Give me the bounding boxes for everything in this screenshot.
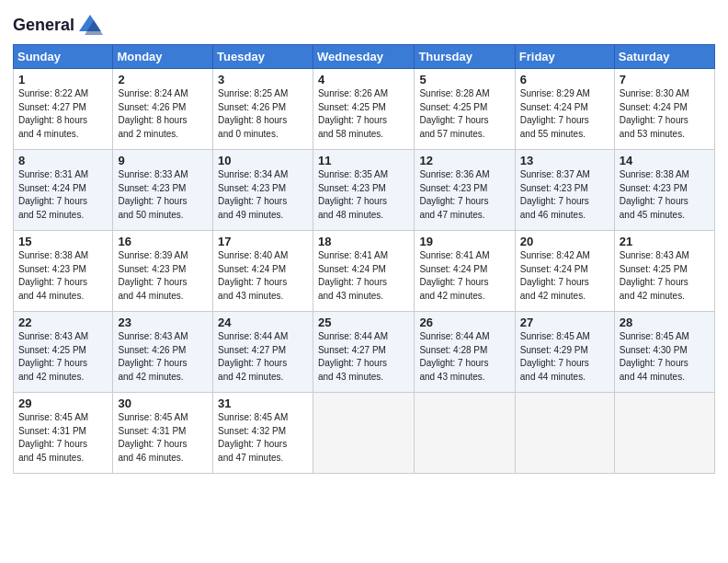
- day-info: Sunrise: 8:22 AMSunset: 4:27 PMDaylight:…: [18, 87, 108, 141]
- day-number: 9: [118, 154, 208, 167]
- calendar-cell: 22 Sunrise: 8:43 AMSunset: 4:25 PMDaylig…: [14, 312, 113, 393]
- day-info: Sunrise: 8:37 AMSunset: 4:23 PMDaylight:…: [520, 168, 609, 222]
- calendar-cell: 5 Sunrise: 8:28 AMSunset: 4:25 PMDayligh…: [415, 69, 515, 150]
- calendar-cell: 21 Sunrise: 8:43 AMSunset: 4:25 PMDaylig…: [614, 231, 714, 312]
- day-number: 24: [218, 316, 308, 329]
- day-number: 20: [520, 235, 609, 248]
- calendar-cell: 15 Sunrise: 8:38 AMSunset: 4:23 PMDaylig…: [14, 231, 113, 312]
- col-header-saturday: Saturday: [614, 45, 714, 69]
- day-number: 15: [18, 235, 108, 248]
- calendar-cell: 11 Sunrise: 8:35 AMSunset: 4:23 PMDaylig…: [313, 150, 414, 231]
- calendar-cell: 28 Sunrise: 8:45 AMSunset: 4:30 PMDaylig…: [614, 312, 714, 393]
- calendar-cell: 6 Sunrise: 8:29 AMSunset: 4:24 PMDayligh…: [515, 69, 614, 150]
- calendar-cell: 25 Sunrise: 8:44 AMSunset: 4:27 PMDaylig…: [313, 312, 414, 393]
- day-number: 1: [18, 73, 108, 86]
- logo-text: General: [13, 17, 74, 35]
- day-info: Sunrise: 8:44 AMSunset: 4:27 PMDaylight:…: [218, 330, 308, 384]
- day-info: Sunrise: 8:45 AMSunset: 4:31 PMDaylight:…: [118, 411, 208, 465]
- day-number: 16: [118, 235, 208, 248]
- col-header-friday: Friday: [515, 45, 614, 69]
- calendar-cell: 26 Sunrise: 8:44 AMSunset: 4:28 PMDaylig…: [415, 312, 515, 393]
- day-info: Sunrise: 8:31 AMSunset: 4:24 PMDaylight:…: [18, 168, 108, 222]
- day-info: Sunrise: 8:45 AMSunset: 4:31 PMDaylight:…: [18, 411, 108, 465]
- week-row-3: 15 Sunrise: 8:38 AMSunset: 4:23 PMDaylig…: [14, 231, 715, 312]
- calendar-cell: 2 Sunrise: 8:24 AMSunset: 4:26 PMDayligh…: [113, 69, 213, 150]
- calendar-cell: 13 Sunrise: 8:37 AMSunset: 4:23 PMDaylig…: [515, 150, 614, 231]
- day-info: Sunrise: 8:45 AMSunset: 4:30 PMDaylight:…: [620, 330, 710, 384]
- day-info: Sunrise: 8:45 AMSunset: 4:32 PMDaylight:…: [218, 411, 308, 465]
- day-number: 29: [18, 396, 108, 410]
- day-number: 7: [620, 73, 710, 86]
- day-number: 17: [218, 235, 308, 248]
- day-info: Sunrise: 8:44 AMSunset: 4:28 PMDaylight:…: [419, 330, 509, 384]
- day-number: 5: [419, 73, 509, 86]
- page-container: General SundayMondayTuesdayWednesdayThur…: [0, 0, 728, 481]
- day-number: 10: [218, 154, 308, 167]
- day-info: Sunrise: 8:25 AMSunset: 4:26 PMDaylight:…: [218, 87, 308, 141]
- day-info: Sunrise: 8:43 AMSunset: 4:26 PMDaylight:…: [118, 330, 208, 384]
- logo-icon: [77, 13, 103, 39]
- day-info: Sunrise: 8:39 AMSunset: 4:23 PMDaylight:…: [118, 249, 208, 303]
- day-number: 6: [520, 73, 609, 86]
- day-number: 11: [318, 154, 409, 167]
- calendar-cell: 9 Sunrise: 8:33 AMSunset: 4:23 PMDayligh…: [113, 150, 213, 231]
- calendar-cell: 12 Sunrise: 8:36 AMSunset: 4:23 PMDaylig…: [415, 150, 515, 231]
- day-info: Sunrise: 8:41 AMSunset: 4:24 PMDaylight:…: [318, 249, 409, 303]
- day-number: 31: [218, 396, 308, 410]
- day-info: Sunrise: 8:33 AMSunset: 4:23 PMDaylight:…: [118, 168, 208, 222]
- day-number: 8: [18, 154, 108, 167]
- day-number: 13: [520, 154, 609, 167]
- calendar-cell: 7 Sunrise: 8:30 AMSunset: 4:24 PMDayligh…: [614, 69, 714, 150]
- calendar-cell: 29 Sunrise: 8:45 AMSunset: 4:31 PMDaylig…: [14, 393, 113, 474]
- day-info: Sunrise: 8:40 AMSunset: 4:24 PMDaylight:…: [218, 249, 308, 303]
- day-number: 2: [118, 73, 208, 86]
- day-number: 12: [419, 154, 509, 167]
- header: General: [13, 9, 715, 39]
- day-info: Sunrise: 8:38 AMSunset: 4:23 PMDaylight:…: [620, 168, 710, 222]
- calendar-cell: 3 Sunrise: 8:25 AMSunset: 4:26 PMDayligh…: [213, 69, 313, 150]
- day-number: 27: [520, 316, 609, 329]
- calendar-cell: [313, 393, 414, 474]
- day-number: 25: [318, 316, 409, 329]
- day-number: 4: [318, 73, 409, 86]
- day-number: 3: [218, 73, 308, 86]
- day-number: 30: [118, 396, 208, 410]
- day-number: 22: [18, 316, 108, 329]
- calendar-cell: 20 Sunrise: 8:42 AMSunset: 4:24 PMDaylig…: [515, 231, 614, 312]
- day-number: 26: [419, 316, 509, 329]
- calendar-cell: 14 Sunrise: 8:38 AMSunset: 4:23 PMDaylig…: [614, 150, 714, 231]
- day-number: 19: [419, 235, 509, 248]
- calendar-cell: 30 Sunrise: 8:45 AMSunset: 4:31 PMDaylig…: [113, 393, 213, 474]
- calendar-cell: 23 Sunrise: 8:43 AMSunset: 4:26 PMDaylig…: [113, 312, 213, 393]
- week-row-2: 8 Sunrise: 8:31 AMSunset: 4:24 PMDayligh…: [14, 150, 715, 231]
- calendar-table: SundayMondayTuesdayWednesdayThursdayFrid…: [13, 44, 715, 474]
- day-info: Sunrise: 8:26 AMSunset: 4:25 PMDaylight:…: [318, 87, 409, 141]
- col-header-sunday: Sunday: [14, 45, 113, 69]
- day-info: Sunrise: 8:36 AMSunset: 4:23 PMDaylight:…: [419, 168, 509, 222]
- calendar-cell: 24 Sunrise: 8:44 AMSunset: 4:27 PMDaylig…: [213, 312, 313, 393]
- calendar-cell: 4 Sunrise: 8:26 AMSunset: 4:25 PMDayligh…: [313, 69, 414, 150]
- calendar-cell: 31 Sunrise: 8:45 AMSunset: 4:32 PMDaylig…: [213, 393, 313, 474]
- calendar-cell: 27 Sunrise: 8:45 AMSunset: 4:29 PMDaylig…: [515, 312, 614, 393]
- day-info: Sunrise: 8:30 AMSunset: 4:24 PMDaylight:…: [620, 87, 710, 141]
- calendar-cell: [515, 393, 614, 474]
- day-info: Sunrise: 8:45 AMSunset: 4:29 PMDaylight:…: [520, 330, 609, 384]
- calendar-cell: 17 Sunrise: 8:40 AMSunset: 4:24 PMDaylig…: [213, 231, 313, 312]
- day-info: Sunrise: 8:24 AMSunset: 4:26 PMDaylight:…: [118, 87, 208, 141]
- calendar-cell: [614, 393, 714, 474]
- day-info: Sunrise: 8:28 AMSunset: 4:25 PMDaylight:…: [419, 87, 509, 141]
- day-info: Sunrise: 8:44 AMSunset: 4:27 PMDaylight:…: [318, 330, 409, 384]
- day-info: Sunrise: 8:41 AMSunset: 4:24 PMDaylight:…: [419, 249, 509, 303]
- calendar-cell: 8 Sunrise: 8:31 AMSunset: 4:24 PMDayligh…: [14, 150, 113, 231]
- calendar-cell: [415, 393, 515, 474]
- day-info: Sunrise: 8:34 AMSunset: 4:23 PMDaylight:…: [218, 168, 308, 222]
- day-number: 21: [620, 235, 710, 248]
- day-number: 23: [118, 316, 208, 329]
- calendar-cell: 16 Sunrise: 8:39 AMSunset: 4:23 PMDaylig…: [113, 231, 213, 312]
- day-number: 18: [318, 235, 409, 248]
- col-header-wednesday: Wednesday: [313, 45, 414, 69]
- logo: General: [13, 13, 103, 39]
- col-header-tuesday: Tuesday: [213, 45, 313, 69]
- day-info: Sunrise: 8:35 AMSunset: 4:23 PMDaylight:…: [318, 168, 409, 222]
- day-info: Sunrise: 8:43 AMSunset: 4:25 PMDaylight:…: [620, 249, 710, 303]
